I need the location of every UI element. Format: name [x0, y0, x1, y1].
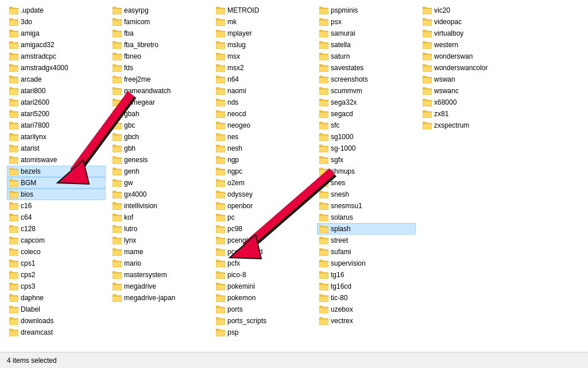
list-item[interactable]: fbneo — [110, 51, 209, 62]
list-item[interactable]: uzebox — [317, 304, 416, 315]
list-item[interactable]: nds — [214, 97, 312, 108]
list-item[interactable]: snesmsu1 — [317, 200, 416, 212]
list-item[interactable]: pc — [214, 212, 312, 223]
list-item[interactable]: pcenginecd — [214, 246, 312, 258]
list-item[interactable]: wonderswancolor — [420, 62, 519, 74]
list-item[interactable]: sfc — [317, 120, 416, 131]
list-item[interactable]: fba — [110, 28, 209, 39]
list-item[interactable]: pico-8 — [214, 269, 312, 281]
list-item[interactable]: atarist — [7, 143, 106, 154]
list-item[interactable]: dreamcast — [7, 327, 106, 338]
list-item[interactable]: tic-80 — [317, 292, 416, 304]
list-item[interactable]: mk — [214, 16, 312, 28]
list-item[interactable]: nes — [214, 131, 312, 143]
list-item[interactable]: gbh — [110, 143, 209, 154]
list-item[interactable]: amigacd32 — [7, 39, 106, 51]
list-item[interactable]: sega32x — [317, 97, 416, 108]
list-item[interactable]: n64 — [214, 74, 312, 85]
list-item[interactable]: gameandwatch — [110, 85, 209, 97]
list-item[interactable]: arcade — [7, 74, 106, 85]
list-item[interactable]: msx2 — [214, 62, 312, 74]
list-item[interactable]: gamegear — [110, 97, 209, 108]
list-item[interactable]: pokemon — [214, 292, 312, 304]
list-item[interactable]: ngpc — [214, 166, 312, 177]
list-item[interactable]: c64 — [7, 212, 106, 223]
list-item[interactable]: daphne — [7, 292, 106, 304]
list-item[interactable]: BGM — [7, 177, 106, 189]
list-item[interactable]: pcfx — [214, 258, 312, 269]
list-item[interactable]: solarus — [317, 212, 416, 223]
list-item[interactable]: gbah — [110, 108, 209, 120]
list-item[interactable]: psx — [317, 16, 416, 28]
list-item[interactable]: Dlabel — [7, 304, 106, 315]
list-item[interactable]: pcengine — [214, 235, 312, 246]
list-item[interactable]: o2em — [214, 177, 312, 189]
list-item[interactable]: snes — [317, 177, 416, 189]
list-item[interactable]: fds — [110, 62, 209, 74]
list-item[interactable]: neogeo — [214, 120, 312, 131]
list-item[interactable]: savestates — [317, 62, 416, 74]
list-item[interactable]: pspminis — [317, 5, 416, 16]
list-item[interactable]: zx81 — [420, 108, 519, 120]
list-item[interactable]: kof — [110, 212, 209, 223]
list-item[interactable]: splash — [317, 223, 416, 235]
list-item[interactable]: screenshots — [317, 74, 416, 85]
list-item[interactable]: supervision — [317, 258, 416, 269]
list-item[interactable]: genesis — [110, 154, 209, 166]
list-item[interactable]: mario — [110, 258, 209, 269]
list-item[interactable]: pc98 — [214, 223, 312, 235]
list-item[interactable]: mslug — [214, 39, 312, 51]
list-item[interactable]: atomiswave — [7, 154, 106, 166]
list-item[interactable]: atari2600 — [7, 97, 106, 108]
list-item[interactable]: scummvm — [317, 85, 416, 97]
list-item[interactable]: street — [317, 235, 416, 246]
list-item[interactable]: naomi — [214, 85, 312, 97]
list-item[interactable]: genh — [110, 166, 209, 177]
list-item[interactable]: atari5200 — [7, 108, 106, 120]
list-item[interactable]: mplayer — [214, 28, 312, 39]
list-item[interactable]: vectrex — [317, 315, 416, 327]
list-item[interactable]: ports — [214, 304, 312, 315]
list-item[interactable]: easyrpg — [110, 5, 209, 16]
list-item[interactable]: wswan — [420, 74, 519, 85]
list-item[interactable]: tg16cd — [317, 281, 416, 292]
list-item[interactable]: famicom — [110, 16, 209, 28]
list-item[interactable]: segacd — [317, 108, 416, 120]
list-item[interactable]: ports_scripts — [214, 315, 312, 327]
list-item[interactable]: amstradgx4000 — [7, 62, 106, 74]
list-item[interactable]: virtualboy — [420, 28, 519, 39]
list-item[interactable]: tg16 — [317, 269, 416, 281]
list-item[interactable]: gx4000 — [110, 189, 209, 200]
list-item[interactable]: zxspectrum — [420, 120, 519, 131]
list-item[interactable]: capcom — [7, 235, 106, 246]
list-item[interactable]: psp — [214, 327, 312, 338]
list-item[interactable]: amstradcpc — [7, 51, 106, 62]
list-item[interactable]: openbor — [214, 200, 312, 212]
list-item[interactable]: pokemini — [214, 281, 312, 292]
list-item[interactable]: sg1000 — [317, 131, 416, 143]
list-item[interactable]: freej2me — [110, 74, 209, 85]
list-item[interactable]: samurai — [317, 28, 416, 39]
list-item[interactable]: sg-1000 — [317, 143, 416, 154]
list-item[interactable]: downloads — [7, 315, 106, 327]
list-item[interactable]: gbch — [110, 131, 209, 143]
list-item[interactable]: mame — [110, 246, 209, 258]
list-item[interactable]: sufami — [317, 246, 416, 258]
list-item[interactable]: shmups — [317, 166, 416, 177]
list-item[interactable]: bezels — [7, 166, 106, 177]
list-item[interactable]: megadrive-japan — [110, 292, 209, 304]
list-item[interactable]: atari800 — [7, 85, 106, 97]
list-item[interactable]: c128 — [7, 223, 106, 235]
list-item[interactable]: satella — [317, 39, 416, 51]
list-item[interactable]: lynx — [110, 235, 209, 246]
list-item[interactable]: mastersystem — [110, 269, 209, 281]
list-item[interactable]: x68000 — [420, 97, 519, 108]
list-item[interactable]: gbc — [110, 120, 209, 131]
list-item[interactable]: vic20 — [420, 5, 519, 16]
list-item[interactable]: cps3 — [7, 281, 106, 292]
list-item[interactable]: coleco — [7, 246, 106, 258]
list-item[interactable]: wonderswan — [420, 51, 519, 62]
list-item[interactable]: gw — [110, 177, 209, 189]
list-item[interactable]: fba_libretro — [110, 39, 209, 51]
list-item[interactable]: western — [420, 39, 519, 51]
